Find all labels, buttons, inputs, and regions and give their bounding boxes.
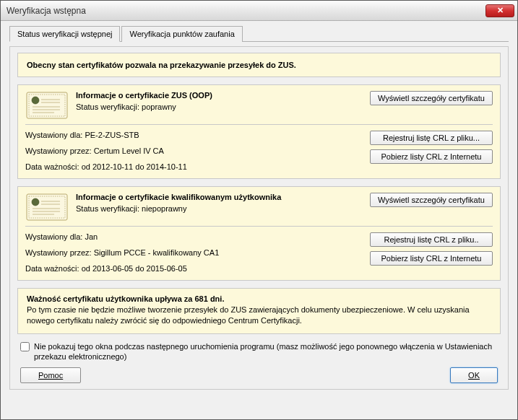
- close-icon: ✕: [497, 6, 504, 15]
- button-label: Wyświetl szczegóły certyfikatu: [378, 94, 485, 102]
- cert-status-label: Status weryfikacji:: [76, 102, 139, 111]
- issued-to-row: Wystawiony dla: PE-2-ZUS-STB: [25, 131, 363, 139]
- issued-to-value: Jan: [85, 232, 98, 241]
- cert-body: Wystawiony dla: Jan Wystawiony przez: Si…: [25, 232, 493, 273]
- validity-row: Data ważności: od 2012-10-11 do 2014-10-…: [25, 162, 363, 171]
- download-crl-internet-button[interactable]: Pobierz listy CRL z Internetu: [370, 251, 493, 266]
- cert-status-value: poprawny: [142, 102, 176, 111]
- show-cert-details-button[interactable]: Wyświetl szczegóły certyfikatu: [370, 193, 493, 207]
- cert-details: Wystawiony dla: Jan Wystawiony przez: Si…: [25, 232, 363, 273]
- cert-buttons-side: Rejestruj listę CRL z pliku... Pobierz l…: [370, 131, 493, 171]
- tabbar: Status weryfikacji wstępnej Weryfikacja …: [9, 25, 509, 42]
- tab-weryfikacja-punktow[interactable]: Weryfikacja punktów zaufania: [121, 26, 242, 42]
- tab-label: Weryfikacja punktów zaufania: [129, 30, 234, 38]
- show-cert-details-button[interactable]: Wyświetl szczegóły certyfikatu: [370, 91, 493, 105]
- cert-status-value: niepoprawny: [142, 204, 186, 213]
- titlebar: Weryfikacja wstępna ✕: [1, 1, 517, 21]
- cert-panel-user: Informacje o certyfikacie kwalifikowanym…: [17, 186, 501, 281]
- content-area: Status weryfikacji wstępnej Weryfikacja …: [1, 21, 517, 398]
- svg-rect-8: [27, 194, 67, 220]
- issued-to-value: PE-2-ZUS-STB: [85, 131, 139, 139]
- summary-text: Obecny stan certyfikatów pozwala na prze…: [27, 61, 296, 69]
- tab-label: Status weryfikacji wstępnej: [17, 30, 112, 38]
- summary-panel: Obecny stan certyfikatów pozwala na prze…: [17, 53, 501, 77]
- issued-by-value: Certum Level IV CA: [94, 146, 164, 155]
- download-crl-internet-button[interactable]: Pobierz listy CRL z Internetu: [370, 149, 493, 164]
- expiry-text: Po tym czasie nie będzie możliwe tworzen…: [27, 305, 491, 326]
- window-root: Weryfikacja wstępna ✕ Status weryfikacji…: [0, 0, 518, 420]
- cert-status: Status weryfikacji: niepoprawny: [76, 204, 363, 213]
- validity-value: od 2012-10-11 do 2014-10-11: [82, 162, 187, 171]
- svg-point-2: [32, 97, 39, 104]
- expiry-title: Ważność certyfikatu użytkownika upływa z…: [27, 294, 491, 303]
- cert-title: Informacje o certyfikacie ZUS (OOP): [76, 91, 363, 100]
- divider: [25, 226, 493, 227]
- expiry-panel: Ważność certyfikatu użytkownika upływa z…: [17, 288, 501, 334]
- button-label: Wyświetl szczegóły certyfikatu: [378, 196, 485, 204]
- issued-by-value: Sigillum PCCE - kwalifikowany CA1: [94, 248, 220, 257]
- issued-by-label: Wystawiony przez:: [25, 146, 92, 155]
- cert-status-label: Status weryfikacji:: [76, 204, 139, 213]
- cert-title-block: Informacje o certyfikacie ZUS (OOP) Stat…: [76, 91, 363, 111]
- validity-value: od 2013-06-05 do 2015-06-05: [82, 264, 187, 273]
- validity-label: Data ważności:: [25, 264, 79, 273]
- window-title: Weryfikacja wstępna: [7, 6, 485, 16]
- button-label: Rejestruj listę CRL z pliku...: [383, 134, 480, 142]
- validity-label: Data ważności:: [25, 162, 79, 171]
- certificate-icon: [25, 193, 69, 222]
- divider: [25, 124, 493, 125]
- certificate-icon: [25, 91, 69, 120]
- issued-by-label: Wystawiony przez:: [25, 248, 92, 257]
- cert-buttons-side: Rejestruj listę CRL z pliku.. Pobierz li…: [370, 232, 493, 273]
- issued-by-row: Wystawiony przez: Certum Level IV CA: [25, 146, 363, 155]
- cert-status: Status weryfikacji: poprawny: [76, 102, 363, 111]
- suppress-dialog-checkbox[interactable]: [20, 342, 30, 351]
- validity-row: Data ważności: od 2013-06-05 do 2015-06-…: [25, 264, 363, 273]
- cert-details: Wystawiony dla: PE-2-ZUS-STB Wystawiony …: [25, 131, 363, 171]
- cert-title-block: Informacje o certyfikacie kwalifikowanym…: [76, 193, 363, 213]
- button-label: OK: [468, 371, 480, 380]
- cert-buttons-top: Wyświetl szczegóły certyfikatu: [370, 91, 493, 105]
- cert-panel-zus: Informacje o certyfikacie ZUS (OOP) Stat…: [17, 84, 501, 179]
- button-label: Pobierz listy CRL z Internetu: [381, 254, 482, 263]
- issued-by-row: Wystawiony przez: Sigillum PCCE - kwalif…: [25, 248, 363, 257]
- tab-panel: Obecny stan certyfikatów pozwala na prze…: [9, 46, 509, 390]
- cert-buttons-top: Wyświetl szczegóły certyfikatu: [370, 193, 493, 207]
- cert-body: Wystawiony dla: PE-2-ZUS-STB Wystawiony …: [25, 131, 493, 171]
- issued-to-row: Wystawiony dla: Jan: [25, 232, 363, 241]
- svg-point-10: [32, 198, 39, 206]
- help-button[interactable]: Pomoc: [20, 367, 81, 383]
- tab-status-weryfikacji[interactable]: Status weryfikacji wstępnej: [9, 26, 120, 42]
- cert-header: Informacje o certyfikacie kwalifikowanym…: [25, 193, 493, 222]
- button-label: Pomoc: [38, 371, 63, 380]
- close-button[interactable]: ✕: [485, 4, 514, 17]
- register-crl-file-button[interactable]: Rejestruj listę CRL z pliku...: [370, 131, 493, 145]
- issued-to-label: Wystawiony dla:: [25, 131, 82, 139]
- footer-buttons: Pomoc OK: [17, 367, 501, 383]
- suppress-dialog-checkbox-row: Nie pokazuj tego okna podczas następnego…: [17, 340, 501, 368]
- ok-button[interactable]: OK: [450, 367, 498, 383]
- suppress-dialog-label[interactable]: Nie pokazuj tego okna podczas następnego…: [34, 341, 498, 362]
- cert-header: Informacje o certyfikacie ZUS (OOP) Stat…: [25, 91, 493, 120]
- button-label: Pobierz listy CRL z Internetu: [381, 152, 482, 161]
- cert-title: Informacje o certyfikacie kwalifikowanym…: [76, 193, 363, 201]
- button-label: Rejestruj listę CRL z pliku..: [384, 235, 478, 244]
- issued-to-label: Wystawiony dla:: [25, 232, 82, 241]
- register-crl-file-button[interactable]: Rejestruj listę CRL z pliku..: [370, 232, 493, 247]
- svg-rect-0: [27, 92, 67, 118]
